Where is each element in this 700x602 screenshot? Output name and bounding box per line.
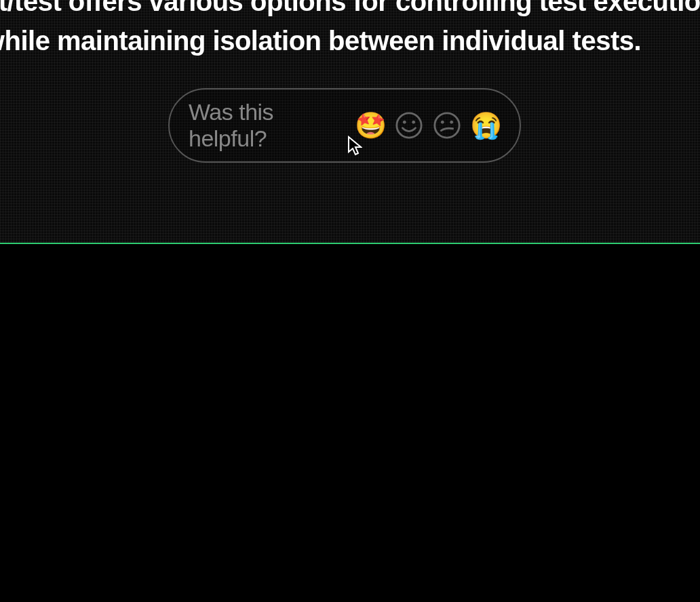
- feedback-starry-eyes-button[interactable]: 🤩: [355, 111, 385, 140]
- grin-icon: [395, 111, 423, 140]
- empty-space: [0, 244, 700, 602]
- feedback-grin-button[interactable]: [395, 111, 423, 140]
- body-text-line-2: ses while maintaining isolation between …: [0, 26, 641, 56]
- svg-point-1: [403, 121, 406, 124]
- body-text-line-1: aywright/test offers various options for…: [0, 0, 693, 17]
- crying-icon: 😭: [470, 113, 502, 138]
- content-area: aywright/test offers various options for…: [0, 0, 700, 244]
- svg-point-0: [397, 113, 421, 138]
- svg-point-3: [435, 113, 459, 138]
- svg-point-4: [441, 121, 444, 124]
- starry-eyes-icon: 🤩: [355, 113, 387, 138]
- svg-point-2: [412, 121, 415, 124]
- feedback-crying-button[interactable]: 😭: [471, 111, 501, 140]
- feedback-label: Was this helpful?: [189, 99, 346, 152]
- feedback-confused-button[interactable]: [433, 111, 461, 140]
- feedback-widget: Was this helpful? 🤩 😭: [168, 88, 521, 163]
- svg-point-5: [450, 121, 453, 124]
- confused-icon: [433, 111, 461, 140]
